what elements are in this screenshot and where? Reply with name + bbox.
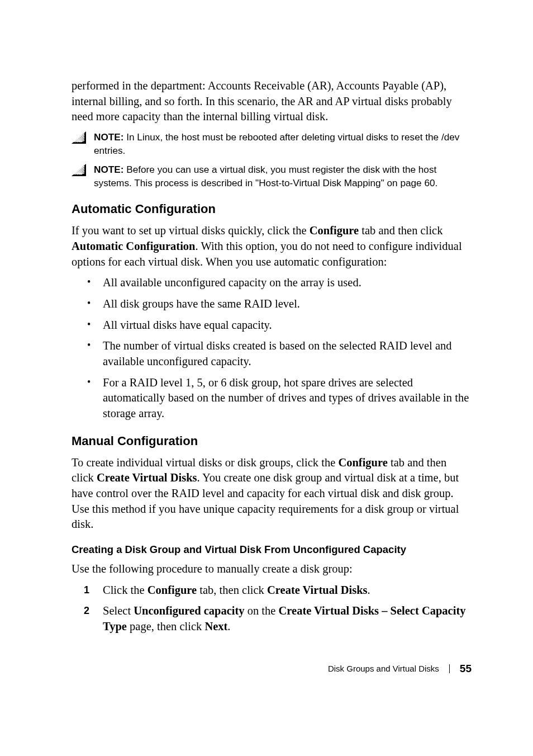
- intro-paragraph: performed in the department: Accounts Re…: [72, 78, 472, 125]
- step1-mid: tab, then click: [197, 584, 267, 596]
- footer-section: Disk Groups and Virtual Disks: [328, 664, 439, 673]
- step1-post: .: [368, 584, 370, 596]
- creating-paragraph: Use the following procedure to manually …: [72, 561, 472, 577]
- heading-manual-configuration: Manual Configuration: [72, 434, 472, 448]
- manual-para-cvd: Create Virtual Disks: [97, 471, 197, 484]
- note-2: NOTE: Before you can use a virtual disk,…: [72, 163, 472, 190]
- step2-next: Next: [204, 620, 227, 632]
- heading-automatic-configuration: Automatic Configuration: [72, 202, 472, 216]
- list-item: Select Unconfigured capacity on the Crea…: [72, 603, 472, 634]
- step2-post: .: [227, 620, 230, 632]
- auto-bullet-list: All available unconfigured capacity on t…: [72, 275, 472, 421]
- creating-steps: Click the Configure tab, then click Crea…: [72, 583, 472, 635]
- step1-pre: Click the: [103, 584, 147, 596]
- note-1: NOTE: In Linux, the host must be reboote…: [72, 130, 472, 157]
- step1-cvd: Create Virtual Disks: [267, 584, 368, 596]
- list-item: All disk groups have the same RAID level…: [72, 296, 472, 312]
- list-item: Click the Configure tab, then click Crea…: [72, 583, 472, 598]
- footer-divider: [449, 664, 450, 673]
- list-item: For a RAID level 1, 5, or 6 disk group, …: [72, 375, 472, 422]
- step2-mid1: on the: [245, 604, 279, 617]
- note-2-text: NOTE: Before you can use a virtual disk,…: [94, 163, 472, 190]
- auto-para-configure: Configure: [310, 224, 359, 237]
- step2-pre: Select: [103, 604, 134, 617]
- auto-para-pre: If you want to set up virtual disks quic…: [72, 224, 310, 237]
- note-icon: [72, 164, 86, 176]
- auto-para-mid1: tab and then click: [359, 224, 442, 237]
- note-1-body: In Linux, the host must be rebooted afte…: [94, 131, 459, 156]
- step2-unconf: Unconfigured capacity: [134, 604, 244, 617]
- list-item: All virtual disks have equal capacity.: [72, 318, 472, 333]
- step2-mid2: page, then click: [127, 620, 204, 632]
- note-1-label: NOTE:: [94, 131, 123, 143]
- note-2-label: NOTE:: [94, 164, 123, 175]
- step1-configure: Configure: [147, 584, 197, 596]
- manual-paragraph: To create individual virtual disks or di…: [72, 455, 472, 532]
- manual-para-configure: Configure: [338, 456, 387, 469]
- list-item: All available unconfigured capacity on t…: [72, 275, 472, 291]
- auto-paragraph: If you want to set up virtual disks quic…: [72, 223, 472, 270]
- note-1-text: NOTE: In Linux, the host must be reboote…: [94, 130, 472, 157]
- list-item: The number of virtual disks created is b…: [72, 338, 472, 369]
- footer-page-number: 55: [460, 663, 472, 675]
- auto-para-autoconf: Automatic Configuration: [72, 240, 196, 252]
- manual-para-pre: To create individual virtual disks or di…: [72, 456, 338, 469]
- note-2-body: Before you can use a virtual disk, you m…: [94, 164, 437, 188]
- page-footer: Disk Groups and Virtual Disks 55: [72, 663, 472, 675]
- note-icon: [72, 131, 86, 144]
- heading-creating-disk-group: Creating a Disk Group and Virtual Disk F…: [72, 544, 472, 556]
